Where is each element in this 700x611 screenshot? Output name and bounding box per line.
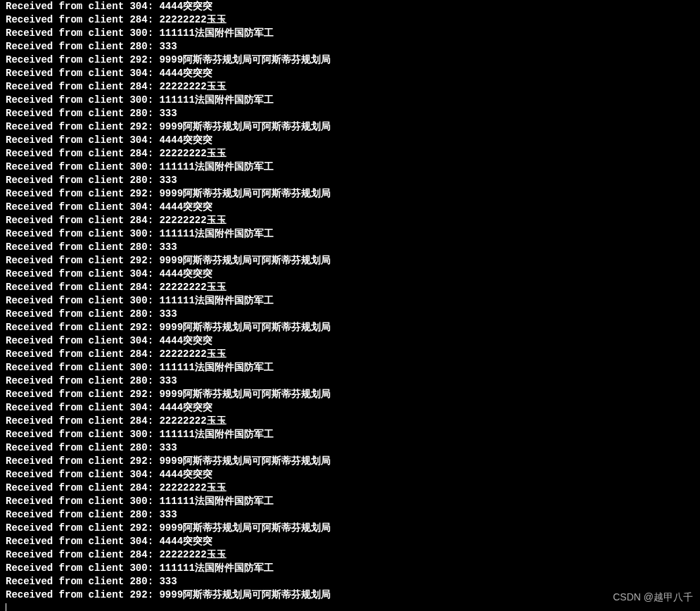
log-line: Received from client 300: 111111法国附件国防军工 bbox=[6, 428, 694, 441]
log-line: Received from client 304: 4444突突突 bbox=[6, 334, 694, 348]
log-line: Received from client 292: 9999阿斯蒂芬规划局可阿斯… bbox=[6, 120, 694, 134]
log-line: Received from client 304: 4444突突突 bbox=[6, 535, 694, 548]
log-line: Received from client 304: 4444突突突 bbox=[6, 201, 694, 214]
log-line: Received from client 292: 9999阿斯蒂芬规划局可阿斯… bbox=[6, 588, 694, 602]
log-line: Received from client 292: 9999阿斯蒂芬规划局可阿斯… bbox=[6, 187, 694, 201]
log-line: Received from client 300: 111111法国附件国防军工 bbox=[6, 94, 694, 107]
cursor-line[interactable] bbox=[6, 602, 694, 611]
log-line: Received from client 304: 4444突突突 bbox=[6, 67, 694, 80]
text-cursor bbox=[6, 603, 6, 611]
log-line: Received from client 280: 333 bbox=[6, 308, 694, 321]
log-line: Received from client 304: 4444突突突 bbox=[6, 468, 694, 481]
log-line: Received from client 280: 333 bbox=[6, 374, 694, 388]
log-line: Received from client 280: 333 bbox=[6, 575, 694, 588]
log-line: Received from client 284: 22222222玉玉 bbox=[6, 415, 694, 428]
log-line: Received from client 284: 22222222玉玉 bbox=[6, 80, 694, 94]
log-line: Received from client 292: 9999阿斯蒂芬规划局可阿斯… bbox=[6, 522, 694, 535]
log-line: Received from client 300: 111111法国附件国防军工 bbox=[6, 160, 694, 174]
terminal-output[interactable]: Received from client 304: 4444突突突Receive… bbox=[0, 0, 700, 611]
log-line: Received from client 280: 333 bbox=[6, 441, 694, 455]
log-line: Received from client 280: 333 bbox=[6, 241, 694, 254]
log-line: Received from client 284: 22222222玉玉 bbox=[6, 548, 694, 562]
log-line: Received from client 292: 9999阿斯蒂芬规划局可阿斯… bbox=[6, 455, 694, 468]
csdn-watermark: CSDN @越甲八千 bbox=[613, 591, 693, 604]
log-line: Received from client 292: 9999阿斯蒂芬规划局可阿斯… bbox=[6, 53, 694, 67]
log-line: Received from client 280: 333 bbox=[6, 107, 694, 120]
log-line: Received from client 292: 9999阿斯蒂芬规划局可阿斯… bbox=[6, 321, 694, 334]
log-line: Received from client 304: 4444突突突 bbox=[6, 401, 694, 415]
log-line: Received from client 300: 111111法国附件国防军工 bbox=[6, 27, 694, 40]
log-line: Received from client 280: 333 bbox=[6, 174, 694, 187]
log-line: Received from client 304: 4444突突突 bbox=[6, 0, 694, 13]
log-line: Received from client 284: 22222222玉玉 bbox=[6, 348, 694, 361]
log-line: Received from client 284: 22222222玉玉 bbox=[6, 147, 694, 160]
log-line: Received from client 280: 333 bbox=[6, 508, 694, 522]
log-line: Received from client 300: 111111法国附件国防军工 bbox=[6, 495, 694, 508]
log-line: Received from client 300: 111111法国附件国防军工 bbox=[6, 294, 694, 308]
log-line: Received from client 284: 22222222玉玉 bbox=[6, 481, 694, 495]
log-line: Received from client 304: 4444突突突 bbox=[6, 267, 694, 281]
log-line: Received from client 300: 111111法国附件国防军工 bbox=[6, 227, 694, 241]
log-line: Received from client 284: 22222222玉玉 bbox=[6, 13, 694, 27]
log-line: Received from client 280: 333 bbox=[6, 40, 694, 53]
log-line: Received from client 300: 111111法国附件国防军工 bbox=[6, 361, 694, 374]
log-line: Received from client 292: 9999阿斯蒂芬规划局可阿斯… bbox=[6, 388, 694, 401]
log-line: Received from client 304: 4444突突突 bbox=[6, 134, 694, 147]
log-line: Received from client 284: 22222222玉玉 bbox=[6, 281, 694, 294]
log-line: Received from client 284: 22222222玉玉 bbox=[6, 214, 694, 227]
log-line: Received from client 300: 111111法国附件国防军工 bbox=[6, 562, 694, 575]
log-line: Received from client 292: 9999阿斯蒂芬规划局可阿斯… bbox=[6, 254, 694, 267]
